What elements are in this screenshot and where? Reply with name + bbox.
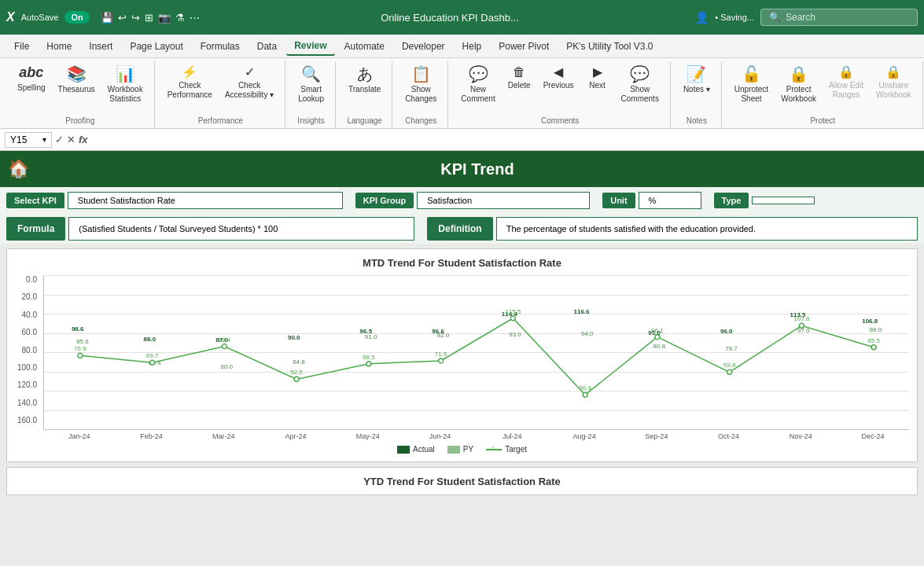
autosave-toggle[interactable]: On: [64, 11, 89, 24]
protect-label: Protect: [810, 115, 835, 128]
type-value[interactable]: [752, 197, 815, 204]
legend-py: PY: [447, 445, 473, 454]
show-changes-button[interactable]: 📋 ShowChanges: [400, 61, 441, 107]
menu-data[interactable]: Data: [249, 38, 285, 55]
show-comments-button[interactable]: 💬 ShowComments: [617, 61, 664, 107]
menu-home[interactable]: Home: [39, 38, 79, 55]
notes-button[interactable]: 📝 Notes ▾: [679, 61, 715, 97]
proofing-label: Proofing: [65, 115, 94, 128]
undo-icon[interactable]: ↩: [118, 12, 127, 24]
check-accessibility-button[interactable]: ✓ CheckAccessibility ▾: [220, 61, 278, 103]
kpi-header-title: KPI Trend: [39, 160, 916, 178]
notes-label: Notes ▾: [683, 85, 710, 94]
delete-comment-button[interactable]: 🗑 Delete: [503, 61, 536, 94]
menu-insert[interactable]: Insert: [81, 38, 120, 55]
unit-value[interactable]: %: [639, 192, 701, 209]
changes-label: Changes: [405, 115, 436, 128]
mtd-chart-container: MTD Trend For Student Satisfaction Rate …: [6, 248, 918, 462]
allow-edit-ranges-button[interactable]: 🔒 Allow EditRanges: [824, 61, 868, 103]
new-comment-button[interactable]: 💬 NewComment: [456, 61, 499, 107]
search-box[interactable]: 🔍 Search: [760, 9, 918, 26]
statistics-label: WorkbookStatistics: [108, 85, 143, 104]
bar-group-Jul-24: 114.493.0: [477, 275, 549, 429]
previous-icon: ◀: [554, 64, 563, 79]
unshare-icon: 🔒: [885, 64, 901, 79]
smart-lookup-button[interactable]: 🔍 SmartLookup: [293, 61, 329, 107]
menu-review[interactable]: Review: [286, 37, 334, 56]
check-performance-button[interactable]: ⚡ CheckPerformance: [163, 61, 217, 103]
translate-label: Translate: [348, 85, 381, 94]
formula-label: Formula: [6, 217, 65, 241]
camera-icon[interactable]: 📷: [158, 12, 171, 24]
filter-icon[interactable]: ⚗: [175, 12, 185, 24]
legend-target: ○ Target: [486, 445, 527, 454]
previous-comment-button[interactable]: ◀ Previous: [539, 61, 579, 94]
ribbon-group-comments: 💬 NewComment 🗑 Delete ◀ Previous ▶ Next …: [450, 61, 671, 128]
next-label: Next: [589, 81, 606, 90]
menu-page-layout[interactable]: Page Layout: [122, 38, 190, 55]
py-label: PY: [463, 445, 473, 454]
ribbon-group-protect: 🔓 UnprotectSheet 🔒 ProtectWorkbook 🔒 All…: [723, 61, 923, 128]
next-comment-button[interactable]: ▶ Next: [582, 61, 613, 94]
formula-cross-icon[interactable]: ✕: [67, 134, 75, 145]
ribbon-group-changes: 📋 ShowChanges Changes: [394, 61, 448, 128]
formula-fx-icon[interactable]: fx: [79, 134, 88, 145]
bar-group-Dec-24: 106.898.0: [837, 275, 909, 429]
user-area: 👤 • Saving... 🔍 Search: [695, 9, 918, 26]
menu-help[interactable]: Help: [455, 38, 490, 55]
unprotect-sheet-label: UnprotectSheet: [734, 85, 768, 104]
bar-group-Nov-24: 113.597.0: [765, 275, 837, 429]
menu-pks-utility[interactable]: PK's Utility Tool V3.0: [558, 38, 661, 55]
menu-formulas[interactable]: Formulas: [193, 38, 248, 55]
menu-bar: File Home Insert Page Layout Formulas Da…: [0, 35, 924, 58]
protect-workbook-button[interactable]: 🔒 ProtectWorkbook: [776, 61, 821, 107]
formula-input[interactable]: [91, 133, 919, 147]
unshare-workbook-button[interactable]: 🔒 UnshareWorkbook: [871, 61, 916, 103]
redo-icon[interactable]: ↪: [131, 12, 140, 24]
chart-bars-area: 98.685.688.063.487.060.090.064.896.591.0…: [43, 275, 909, 430]
type-label: Type: [714, 193, 749, 208]
more-icon[interactable]: ⋯: [190, 12, 200, 24]
toolbar-icons: 💾 ↩ ↪ ⊞ 📷 ⚗ ⋯: [101, 12, 200, 24]
show-comments-icon: 💬: [630, 64, 650, 83]
accessibility-icon: ✓: [245, 64, 255, 79]
workbook-statistics-button[interactable]: 📊 WorkbookStatistics: [103, 61, 148, 107]
cell-reference-box[interactable]: Y15 ▾: [5, 132, 52, 148]
ribbon: abc Spelling 📚 Thesaurus 📊 WorkbookStati…: [0, 58, 924, 129]
thesaurus-button[interactable]: 📚 Thesaurus: [53, 61, 100, 97]
unprotect-sheet-icon: 🔓: [742, 64, 761, 83]
unprotect-sheet-button[interactable]: 🔓 UnprotectSheet: [730, 61, 773, 107]
protect-workbook-label: ProtectWorkbook: [781, 85, 816, 104]
month-label-May-24: May-24: [332, 430, 404, 440]
menu-automate[interactable]: Automate: [337, 38, 392, 55]
translate-button[interactable]: あ Translate: [344, 61, 385, 97]
thesaurus-icon: 📚: [67, 64, 87, 83]
kpi-value[interactable]: Student Satisfaction Rate: [68, 192, 343, 209]
definition-value: The percentage of students satisfied wit…: [496, 217, 918, 241]
search-icon: 🔍: [769, 12, 781, 23]
save-icon[interactable]: 💾: [101, 12, 113, 24]
menu-developer[interactable]: Developer: [394, 38, 453, 55]
menu-file[interactable]: File: [6, 38, 37, 55]
py-swatch: [447, 446, 460, 454]
accessibility-label: CheckAccessibility ▾: [225, 81, 274, 100]
cell-ref-dropdown[interactable]: ▾: [42, 135, 46, 144]
excel-logo: X: [6, 10, 15, 24]
bar-group-May-24: 96.591.0: [333, 275, 405, 429]
actual-swatch: [397, 446, 410, 454]
actual-label: Actual: [413, 445, 435, 454]
formula-row: Formula (Satisfied Students / Total Surv…: [0, 214, 924, 244]
insights-label: Insights: [297, 115, 324, 128]
kpi-header: 🏠 KPI Trend: [0, 151, 924, 187]
bar-group-Oct-24: 96.078.7: [693, 275, 765, 429]
grid-icon[interactable]: ⊞: [145, 12, 153, 24]
menu-power-pivot[interactable]: Power Pivot: [491, 38, 557, 55]
ytd-chart-container: YTD Trend For Student Satisfaction Rate: [6, 467, 918, 495]
spelling-button[interactable]: abc Spelling: [13, 61, 50, 96]
formula-value: (Satisfied Students / Total Surveyed Stu…: [68, 217, 414, 241]
new-comment-label: NewComment: [461, 85, 495, 104]
kpi-group-value[interactable]: Satisfaction: [417, 192, 590, 209]
home-icon[interactable]: 🏠: [8, 159, 29, 179]
formula-check-icon[interactable]: ✓: [55, 134, 64, 145]
ribbon-group-language: あ Translate Language: [337, 61, 392, 128]
